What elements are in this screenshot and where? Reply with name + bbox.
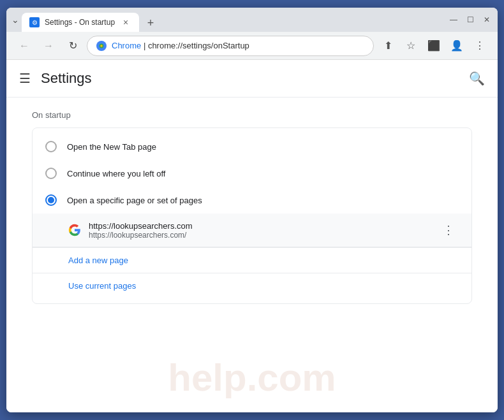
sidebar-toggle-button[interactable]: ☰ [19,71,31,86]
address-text: Chrome | chrome://settings/onStartup [112,41,364,50]
startup-options-card: Open the New Tab page Continue where you… [32,127,472,304]
forward-button[interactable]: → [38,36,59,56]
use-current-pages-button[interactable]: Use current pages [33,273,149,298]
radio-circle-specific [45,194,57,206]
chrome-brand-text: Chrome [112,41,141,50]
address-url: chrome://settings/onStartup [148,41,249,50]
window-controls: — ☐ ✕ [448,14,493,25]
back-button[interactable]: ← [14,36,34,56]
profile-button[interactable]: 👤 [447,36,467,56]
page-content: ☰ Settings 🔍 PC help.com On startup Open… [6,60,498,412]
radio-label-new-tab: Open the New Tab page [67,142,156,152]
toolbar-actions: ⬆ ☆ ⬛ 👤 ⋮ [378,36,490,56]
tab-title: Settings - On startup [45,18,115,27]
share-button[interactable]: ⬆ [378,36,398,56]
radio-option-specific[interactable]: Open a specific page or set of pages [33,187,471,214]
radio-option-continue[interactable]: Continue where you left off [33,160,471,187]
reload-button[interactable]: ↻ [63,36,83,56]
google-logo-icon [68,224,81,236]
radio-circle-continue [45,168,57,179]
minimize-button[interactable]: — [448,14,459,25]
tab-strip: ⚙ Settings - On startup × + [22,8,440,32]
settings-search-button[interactable]: 🔍 [469,71,485,86]
section-label: On startup [32,110,472,120]
toolbar: ← → ↻ Chrome | chrome://settings/onStart… [6,32,498,60]
chrome-menu-button[interactable]: ⋮ [470,36,490,56]
address-bar[interactable]: Chrome | chrome://settings/onStartup [87,36,374,56]
site-security-icon [96,41,107,51]
url-address: https://lookupsearchers.com/ [89,231,431,240]
tab-close-button[interactable]: × [120,17,131,28]
url-more-button[interactable]: ⋮ [438,220,459,240]
page-body: PC help.com On startup Open the New Tab … [6,98,498,412]
radio-label-continue: Continue where you left off [67,169,165,178]
url-name: https://lookupsearchers.com [89,221,431,231]
tab-list-chevron[interactable]: ⌄ [11,15,19,25]
radio-option-new-tab[interactable]: Open the New Tab page [33,133,471,160]
settings-header-left: ☰ Settings [19,70,92,87]
settings-header: ☰ Settings 🔍 [6,60,498,98]
address-separator: | [144,41,148,50]
new-tab-button[interactable]: + [142,14,159,32]
url-info: https://lookupsearchers.com https://look… [89,221,431,240]
title-bar: ⌄ ⚙ Settings - On startup × + — ☐ ✕ [6,8,498,32]
radio-label-specific: Open a specific page or set of pages [67,196,202,205]
tab-favicon: ⚙ [29,17,40,27]
add-new-page-button[interactable]: Add a new page [33,248,141,273]
watermark-bottom: help.com [168,356,336,400]
page-title: Settings [41,70,92,87]
extension-button[interactable]: ⬛ [424,36,444,56]
close-button[interactable]: ✕ [481,14,493,25]
active-tab[interactable]: ⚙ Settings - On startup × [22,13,139,32]
radio-circle-new-tab [45,141,57,152]
maximize-button[interactable]: ☐ [464,14,476,25]
browser-window: ⌄ ⚙ Settings - On startup × + — ☐ ✕ ← → … [6,8,498,412]
bookmark-button[interactable]: ☆ [401,36,421,56]
url-entry: https://lookupsearchers.com https://look… [33,214,471,247]
svg-point-2 [100,45,103,47]
